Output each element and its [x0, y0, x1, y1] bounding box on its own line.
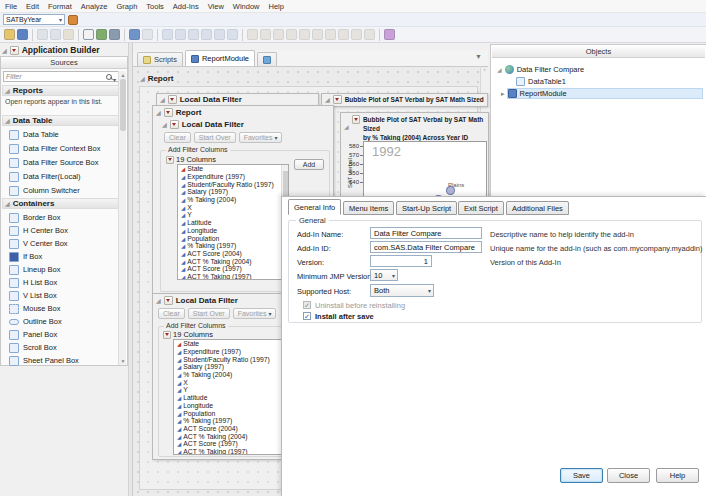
list-item[interactable]: Population — [174, 409, 292, 417]
list-item[interactable]: Latitude — [178, 219, 288, 227]
disclosure-icon[interactable] — [344, 115, 349, 133]
list-item[interactable]: Expenditure (1997) — [174, 348, 292, 356]
disclosure-icon[interactable] — [5, 199, 10, 208]
scroll-up-icon[interactable]: ▲ — [120, 72, 126, 78]
list-item[interactable]: Latitude — [174, 394, 292, 402]
tab-additional-files[interactable]: Additional Files — [506, 201, 569, 215]
menu-edit[interactable]: Edit — [26, 2, 39, 11]
add-button[interactable]: Add — [294, 159, 324, 170]
sidebar-item-if-box[interactable]: If Box — [9, 250, 119, 263]
disclosure-icon[interactable] — [2, 45, 7, 55]
list-item[interactable]: ACT Score (2004) — [178, 250, 288, 258]
disclosure-icon[interactable] — [160, 95, 165, 104]
list-item[interactable]: Population — [178, 234, 288, 242]
list-item[interactable]: Longitude — [174, 402, 292, 410]
red-triangle-menu-icon[interactable] — [164, 296, 173, 305]
tab-new-module[interactable] — [257, 52, 277, 66]
favorites-button[interactable]: Favorites — [233, 308, 277, 319]
objects-panel-header[interactable]: Objects — [492, 46, 705, 58]
list-item[interactable]: % Taking (2004) — [174, 371, 292, 379]
scrollbar-thumb[interactable] — [120, 79, 126, 131]
disclosure-icon[interactable] — [156, 108, 161, 117]
red-triangle-menu-icon[interactable] — [10, 46, 19, 55]
section-data-table[interactable]: Data Table — [2, 115, 119, 126]
list-item[interactable]: ACT % Taking (1997) — [174, 448, 292, 455]
install-after-save-checkbox[interactable] — [303, 312, 311, 320]
list-item[interactable]: Y — [178, 211, 288, 219]
sidebar-item-column-switcher[interactable]: Column Switcher — [9, 184, 119, 197]
red-triangle-menu-icon[interactable] — [352, 115, 360, 124]
favorites-button[interactable]: Favorites — [239, 132, 283, 143]
list-item[interactable]: Salary (1997) — [174, 363, 292, 371]
sidebar-item-v-list-box[interactable]: V List Box — [9, 289, 119, 302]
sidebar-item-sheet-panel-box[interactable]: Sheet Panel Box — [9, 354, 119, 367]
expand-icon[interactable] — [501, 89, 505, 98]
section-reports[interactable]: Reports — [2, 85, 119, 96]
red-triangle-menu-icon[interactable] — [170, 120, 179, 129]
scroll-down-icon[interactable]: ▼ — [120, 358, 126, 364]
menu-help[interactable]: Help — [269, 2, 284, 11]
section-containers[interactable]: Containers — [2, 198, 119, 209]
list-item[interactable]: X — [174, 378, 292, 386]
preferences-icon[interactable] — [109, 29, 120, 40]
tree-item-report-module[interactable]: ReportModule — [501, 88, 567, 99]
list-item[interactable]: ACT % Taking (2004) — [174, 432, 292, 440]
sidebar-item-data-filter-context-box[interactable]: Data Filter Context Box — [9, 142, 119, 155]
journal-icon[interactable] — [83, 29, 94, 40]
list-item[interactable]: ACT Score (2004) — [174, 425, 292, 433]
import-data-icon[interactable] — [96, 29, 107, 40]
list-item[interactable]: Y — [174, 386, 292, 394]
menu-window[interactable]: Window — [233, 2, 260, 11]
menu-format[interactable]: Format — [48, 2, 72, 11]
sidebar-item-mouse-box[interactable]: Mouse Box — [9, 302, 119, 315]
sidebar-item-h-list-box[interactable]: H List Box — [9, 276, 119, 289]
save-icon[interactable] — [17, 29, 28, 40]
sidebar-item-panel-box[interactable]: Panel Box — [9, 328, 119, 341]
list-item[interactable]: % Taking (2004) — [178, 196, 288, 204]
disclosure-icon[interactable] — [5, 116, 10, 125]
disclosure-icon[interactable] — [497, 65, 502, 74]
version-field[interactable]: 1 — [370, 255, 432, 267]
red-triangle-menu-icon[interactable] — [163, 331, 171, 339]
list-item[interactable]: State — [174, 340, 292, 348]
red-triangle-menu-icon[interactable] — [164, 108, 173, 117]
list-item[interactable]: Salary (1997) — [178, 188, 288, 196]
sidebar-item-v-center-box[interactable]: V Center Box — [9, 237, 119, 250]
menu-add-ins[interactable]: Add-Ins — [173, 2, 199, 11]
start-over-button[interactable]: Start Over — [188, 308, 230, 319]
list-item[interactable]: Longitude — [178, 227, 288, 235]
disclosure-icon[interactable] — [5, 86, 10, 95]
tab-general-info[interactable]: General Info — [288, 199, 341, 215]
list-item[interactable]: % Taking (1997) — [174, 417, 292, 425]
close-button[interactable]: Close — [607, 468, 650, 483]
tree-item-data-filter-compare[interactable]: Data Filter Compare — [497, 64, 584, 75]
sidebar-item-h-center-box[interactable]: H Center Box — [9, 224, 119, 237]
script-selector-combo[interactable]: SATByYear — [3, 14, 65, 25]
menu-file[interactable]: File — [5, 2, 17, 11]
filter-columns-list[interactable]: State Expenditure (1997) Student/Faculty… — [173, 339, 293, 455]
tab-start-up-script[interactable]: Start-Up Script — [396, 201, 457, 215]
data-table-icon[interactable] — [129, 29, 140, 40]
tab-scripts[interactable]: Scripts — [137, 52, 183, 66]
tab-report-module[interactable]: ReportModule — [185, 50, 255, 66]
tree-item-datatable1[interactable]: DataTable1 — [516, 76, 566, 87]
sidebar-item-data-filter-local[interactable]: Data Filter(Local) — [9, 170, 119, 183]
disclosure-icon[interactable] — [162, 120, 167, 129]
sidebar-item-scroll-box[interactable]: Scroll Box — [9, 341, 119, 354]
sidebar-item-border-box[interactable]: Border Box — [9, 211, 119, 224]
sources-panel-header[interactable]: Sources — [1, 57, 127, 69]
red-triangle-menu-icon[interactable] — [168, 95, 177, 104]
list-item[interactable]: Student/Faculty Ratio (1997) — [174, 355, 292, 363]
disclosure-icon[interactable] — [156, 296, 161, 305]
bubble-plains[interactable] — [446, 186, 455, 195]
open-icon[interactable] — [4, 29, 15, 40]
disclosure-icon[interactable] — [140, 74, 145, 83]
list-item[interactable]: ACT % Taking (1997) — [178, 273, 288, 280]
help-tool-icon[interactable] — [384, 29, 395, 40]
list-item[interactable]: X — [178, 203, 288, 211]
sidebar-item-data-filter-source-box[interactable]: Data Filter Source Box — [9, 156, 119, 169]
filter-options-icon[interactable] — [113, 68, 116, 86]
list-item[interactable]: State — [178, 165, 288, 173]
local-data-filter-window[interactable]: Local Data Filter Clear Start Over Favor… — [152, 293, 300, 460]
list-item[interactable]: Expenditure (1997) — [178, 173, 288, 181]
